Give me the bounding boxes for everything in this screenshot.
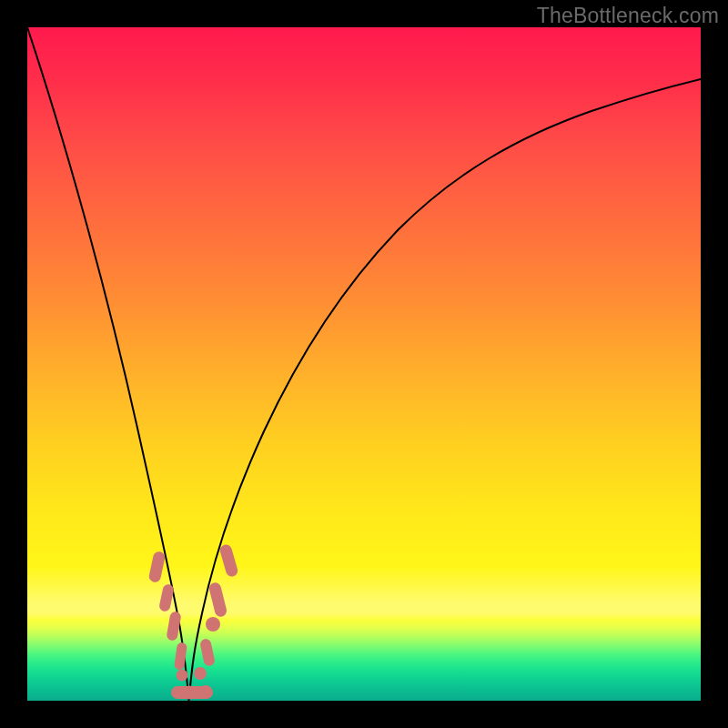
svg-point-10 — [206, 617, 220, 632]
svg-rect-0 — [148, 551, 167, 583]
watermark-text: TheBottleneck.com — [537, 4, 719, 28]
chart-svg — [27, 27, 701, 701]
svg-point-4 — [177, 670, 188, 682]
marker-cluster-bottom — [171, 685, 213, 700]
svg-point-7 — [199, 685, 212, 698]
svg-point-6 — [183, 686, 197, 700]
svg-rect-1 — [158, 583, 175, 612]
chart-plot-area — [27, 27, 701, 701]
svg-rect-2 — [166, 611, 181, 642]
svg-rect-12 — [218, 543, 238, 578]
svg-rect-9 — [199, 638, 216, 667]
svg-point-8 — [194, 667, 207, 680]
bottleneck-curve — [27, 27, 701, 701]
svg-rect-11 — [208, 581, 228, 618]
marker-cluster-right — [194, 543, 239, 680]
